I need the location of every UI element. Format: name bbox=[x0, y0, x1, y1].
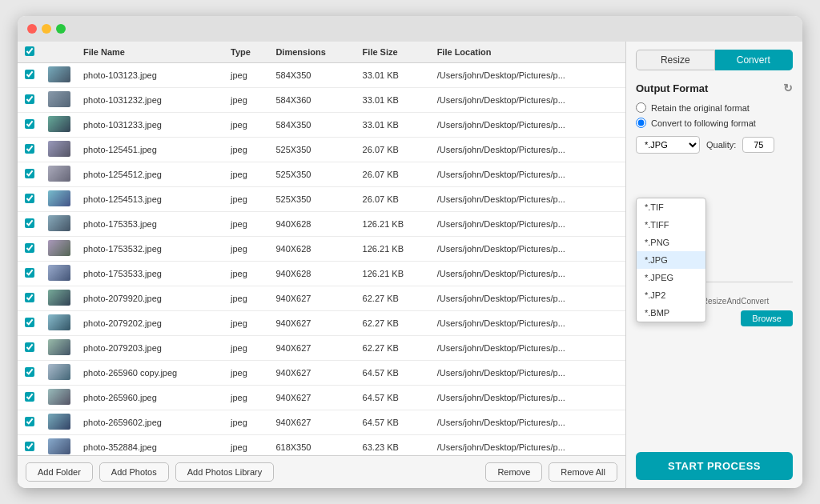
dimensions-header: Dimensions bbox=[269, 42, 356, 63]
row-type: jpeg bbox=[224, 410, 269, 435]
row-location: /Users/john/Desktop/Pictures/p... bbox=[431, 113, 625, 138]
row-thumb-cell bbox=[42, 212, 77, 237]
dropdown-item-jpeg[interactable]: *.JPEG bbox=[637, 269, 705, 286]
row-filename: photo-2659602.jpeg bbox=[77, 410, 224, 435]
row-checkbox[interactable] bbox=[25, 169, 34, 178]
left-panel: File Name Type Dimensions File Size File… bbox=[18, 42, 626, 488]
add-photos-library-button[interactable]: Add Photos Library bbox=[175, 462, 275, 482]
convert-to-radio[interactable] bbox=[636, 118, 646, 128]
row-thumb-cell bbox=[42, 138, 77, 162]
row-checkbox[interactable] bbox=[25, 342, 34, 352]
file-thumbnail bbox=[48, 339, 70, 355]
start-process-button[interactable]: START PROCESS bbox=[636, 452, 793, 480]
row-type: jpeg bbox=[224, 237, 269, 262]
table-row: photo-2659602.jpeg jpeg 940X627 64.57 KB… bbox=[18, 410, 625, 435]
refresh-icon[interactable]: ↻ bbox=[783, 82, 793, 94]
table-row: photo-2079203.jpeg jpeg 940X627 62.27 KB… bbox=[18, 336, 625, 361]
row-dimensions: 940X628 bbox=[269, 262, 356, 286]
select-all-checkbox[interactable] bbox=[25, 46, 34, 56]
dropdown-item-tiff[interactable]: *.TIFF bbox=[637, 216, 705, 234]
table-row: photo-352884.jpeg jpeg 618X350 63.23 KB … bbox=[18, 435, 625, 456]
file-tbody: photo-103123.jpeg jpeg 584X350 33.01 KB … bbox=[18, 63, 625, 456]
row-dimensions: 525X350 bbox=[269, 162, 356, 187]
row-filename: photo-1753532.jpeg bbox=[77, 237, 224, 262]
tab-convert[interactable]: Convert bbox=[715, 50, 794, 70]
row-checkbox[interactable] bbox=[25, 268, 34, 278]
add-folder-button[interactable]: Add Folder bbox=[26, 462, 93, 482]
row-checkbox[interactable] bbox=[25, 417, 34, 426]
dropdown-item-jpg[interactable]: *.JPG bbox=[637, 251, 705, 269]
row-checkbox[interactable] bbox=[25, 144, 34, 154]
row-dimensions: 940X628 bbox=[269, 237, 356, 262]
row-checkbox[interactable] bbox=[25, 293, 34, 302]
convert-to-row: Convert to following format bbox=[636, 118, 793, 128]
row-dimensions: 525X350 bbox=[269, 138, 356, 162]
right-panel: Resize Convert Output Format ↻ Retain th… bbox=[626, 42, 802, 488]
close-button[interactable] bbox=[27, 24, 37, 34]
file-thumbnail bbox=[48, 265, 70, 281]
tab-resize[interactable]: Resize bbox=[636, 50, 715, 70]
dropdown-item-png[interactable]: *.PNG bbox=[637, 234, 705, 251]
type-header: Type bbox=[224, 42, 269, 63]
minimize-button[interactable] bbox=[42, 24, 51, 34]
table-row: photo-1254513.jpeg jpeg 525X350 26.07 KB… bbox=[18, 187, 625, 212]
row-dimensions: 940X628 bbox=[269, 212, 356, 237]
row-checkbox[interactable] bbox=[25, 218, 34, 228]
row-location: /Users/john/Desktop/Pictures/p... bbox=[431, 212, 625, 237]
row-filesize: 64.57 KB bbox=[356, 386, 431, 410]
row-checkbox[interactable] bbox=[25, 243, 34, 253]
row-location: /Users/john/Desktop/Pictures/p... bbox=[431, 187, 625, 212]
row-filesize: 126.21 KB bbox=[356, 262, 431, 286]
dropdown-item-tif[interactable]: *.TIF bbox=[637, 198, 705, 216]
row-checkbox[interactable] bbox=[25, 194, 34, 203]
table-row: photo-1031233.jpeg jpeg 584X350 33.01 KB… bbox=[18, 113, 625, 138]
row-checkbox[interactable] bbox=[25, 119, 34, 129]
row-filename: photo-1031232.jpeg bbox=[77, 88, 224, 113]
table-row: photo-265960.jpeg jpeg 940X627 64.57 KB … bbox=[18, 386, 625, 410]
row-location: /Users/john/Desktop/Pictures/p... bbox=[431, 88, 625, 113]
row-checkbox-cell bbox=[18, 311, 42, 336]
row-filename: photo-1254512.jpeg bbox=[77, 162, 224, 187]
dropdown-item-jp2[interactable]: *.JP2 bbox=[637, 286, 705, 304]
row-checkbox[interactable] bbox=[25, 392, 34, 402]
row-thumb-cell bbox=[42, 435, 77, 456]
row-filesize: 64.57 KB bbox=[356, 410, 431, 435]
row-checkbox[interactable] bbox=[25, 367, 34, 377]
format-select[interactable]: *.JPG *.TIF *.TIFF *.PNG *.JPEG *.JP2 *.… bbox=[636, 136, 700, 154]
file-thumbnail bbox=[48, 116, 70, 132]
row-checkbox-cell bbox=[18, 262, 42, 286]
file-thumbnail bbox=[48, 389, 70, 405]
main-window: File Name Type Dimensions File Size File… bbox=[18, 16, 802, 488]
row-checkbox[interactable] bbox=[25, 318, 34, 327]
row-checkbox[interactable] bbox=[25, 70, 34, 79]
row-location: /Users/john/Desktop/Pictures/p... bbox=[431, 286, 625, 311]
row-type: jpeg bbox=[224, 435, 269, 456]
row-checkbox[interactable] bbox=[25, 94, 34, 104]
file-thumbnail bbox=[48, 66, 70, 82]
dropdown-item-bmp[interactable]: *.BMP bbox=[637, 304, 705, 322]
filename-header: File Name bbox=[77, 42, 224, 63]
browse-button[interactable]: Browse bbox=[741, 310, 793, 326]
row-filesize: 62.27 KB bbox=[356, 311, 431, 336]
row-filesize: 33.01 KB bbox=[356, 63, 431, 88]
row-thumb-cell bbox=[42, 311, 77, 336]
row-filename: photo-125451.jpeg bbox=[77, 138, 224, 162]
retain-format-radio[interactable] bbox=[636, 102, 646, 113]
quality-input[interactable] bbox=[742, 137, 774, 153]
add-photos-button[interactable]: Add Photos bbox=[99, 462, 169, 482]
row-filename: photo-1254513.jpeg bbox=[77, 187, 224, 212]
tab-row: Resize Convert bbox=[636, 50, 793, 70]
row-checkbox[interactable] bbox=[25, 442, 34, 451]
row-dimensions: 525X350 bbox=[269, 187, 356, 212]
bottom-bar-right: Remove Remove All bbox=[485, 462, 617, 482]
row-thumb-cell bbox=[42, 187, 77, 212]
row-type: jpeg bbox=[224, 361, 269, 386]
row-dimensions: 940X627 bbox=[269, 410, 356, 435]
maximize-button[interactable] bbox=[56, 24, 66, 34]
row-thumb-cell bbox=[42, 63, 77, 88]
remove-button[interactable]: Remove bbox=[485, 462, 542, 482]
row-type: jpeg bbox=[224, 262, 269, 286]
row-filesize: 33.01 KB bbox=[356, 88, 431, 113]
row-checkbox-cell bbox=[18, 361, 42, 386]
remove-all-button[interactable]: Remove All bbox=[549, 462, 617, 482]
